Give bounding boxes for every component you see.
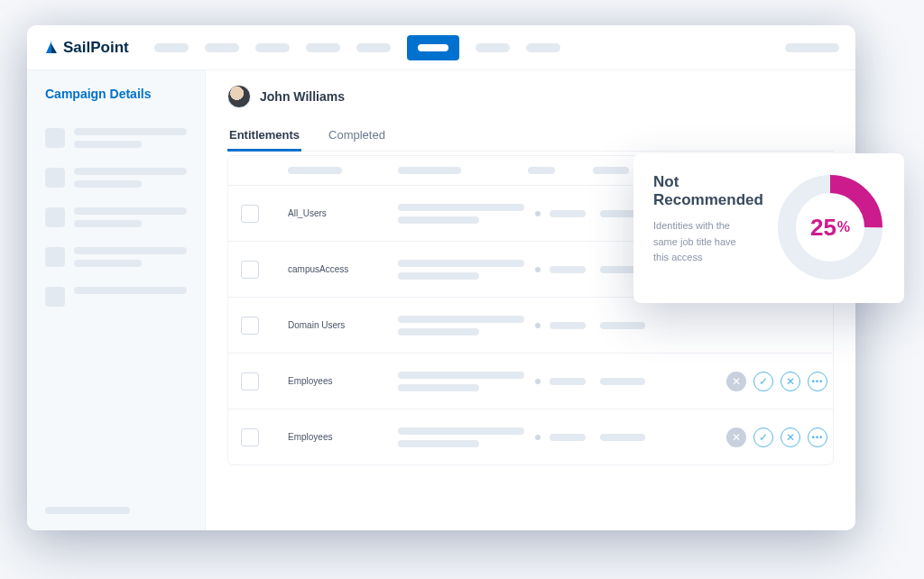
sidebar-item-2[interactable]	[45, 168, 187, 188]
nav-tab-1[interactable]	[154, 43, 189, 52]
sidebar-item-icon	[45, 207, 65, 227]
sidebar-title: Campaign Details	[45, 87, 187, 101]
sidebar-footer	[45, 507, 130, 514]
top-nav: SailPoint	[27, 25, 855, 70]
brand-name: SailPoint	[63, 39, 129, 57]
col-meta[interactable]	[593, 167, 629, 174]
entitlement-name: All_Users	[288, 208, 387, 218]
sidebar-item-1[interactable]	[45, 128, 187, 148]
donut-chart: 25%	[776, 173, 884, 281]
nav-tab-4[interactable]	[306, 43, 340, 52]
table-row: Domain Users	[228, 297, 833, 353]
sidebar-item-3[interactable]	[45, 207, 187, 227]
sidebar-item-icon	[45, 168, 65, 188]
recommendation-popover: Not Recommended Identities with the same…	[633, 153, 904, 303]
table-row: Employees ✕ ✓ ✕ •••	[228, 409, 833, 464]
content-tabs: Entitlements Completed	[227, 121, 834, 152]
nav-tab-right[interactable]	[785, 43, 839, 52]
sidebar-item-icon	[45, 247, 65, 267]
entitlement-name: Employees	[288, 432, 387, 442]
nav-tab-6[interactable]	[476, 43, 510, 52]
row-checkbox[interactable]	[241, 261, 259, 279]
entitlement-name: Domain Users	[288, 320, 387, 330]
sidebar-item-icon	[45, 128, 65, 148]
deny-icon[interactable]: ✕	[781, 372, 800, 391]
nav-tabs	[154, 35, 839, 60]
sidebar-item-4[interactable]	[45, 247, 187, 267]
nav-tab-5[interactable]	[356, 43, 391, 52]
tab-entitlements[interactable]: Entitlements	[227, 121, 301, 152]
donut-value: 25%	[776, 173, 884, 281]
nav-tab-active[interactable]	[407, 35, 459, 60]
table-row: Employees ✕ ✓ ✕ •••	[228, 353, 833, 409]
deny-icon[interactable]: ✕	[781, 427, 800, 447]
reject-icon[interactable]: ✕	[726, 372, 746, 391]
avatar[interactable]	[227, 85, 251, 108]
row-checkbox[interactable]	[241, 205, 259, 223]
reject-icon[interactable]: ✕	[726, 427, 746, 447]
sidebar-item-5[interactable]	[45, 287, 187, 307]
more-icon[interactable]: •••	[808, 427, 827, 447]
row-checkbox[interactable]	[241, 372, 259, 391]
user-name: John Williams	[260, 89, 345, 104]
col-name[interactable]	[288, 167, 342, 174]
nav-tab-2[interactable]	[205, 43, 239, 52]
approve-icon[interactable]: ✓	[753, 372, 773, 391]
row-checkbox[interactable]	[241, 317, 259, 335]
approve-icon[interactable]: ✓	[753, 427, 773, 447]
row-actions: ✕ ✓ ✕ •••	[701, 427, 827, 447]
brand-logo[interactable]: SailPoint	[43, 39, 129, 57]
entitlement-name: campusAccess	[288, 264, 387, 274]
entitlement-name: Employees	[288, 376, 387, 386]
popover-description: Identities with the same job title have …	[653, 218, 753, 266]
sail-icon	[43, 40, 60, 56]
sidebar: Campaign Details	[27, 70, 206, 530]
nav-tab-7[interactable]	[526, 43, 560, 52]
popover-title: Not Recommended	[653, 173, 763, 209]
row-actions: ✕ ✓ ✕ •••	[701, 372, 827, 391]
row-checkbox[interactable]	[241, 428, 259, 446]
more-icon[interactable]: •••	[808, 372, 827, 391]
sidebar-item-icon	[45, 287, 65, 307]
col-desc[interactable]	[398, 167, 461, 174]
user-header: John Williams	[227, 85, 834, 108]
tab-completed[interactable]: Completed	[327, 121, 387, 151]
col-status[interactable]	[528, 167, 555, 174]
nav-tab-3[interactable]	[255, 43, 290, 52]
